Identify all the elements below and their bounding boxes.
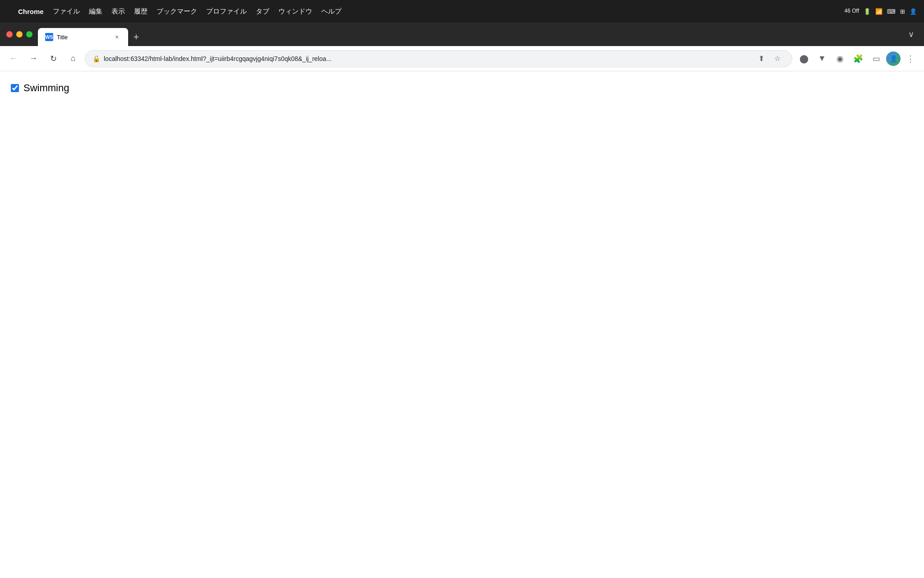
chrome-tabbar: WS Title × + ∨ (0, 23, 924, 46)
menu-edit[interactable]: 編集 (89, 7, 102, 16)
menu-history[interactable]: 履歴 (134, 7, 148, 16)
traffic-lights (5, 23, 38, 46)
address-bar[interactable]: 🔒 localhost:63342/html-lab/index.html?_i… (85, 50, 792, 67)
reload-button[interactable]: ↻ (45, 51, 61, 67)
address-actions: ⬆ ☆ (754, 51, 785, 66)
tab-title: Title (57, 34, 109, 41)
battery-icon: 🔋 (864, 8, 871, 15)
tab-area: WS Title × + (38, 23, 903, 46)
user-icon: 👤 (910, 8, 917, 15)
url-host: localhost (104, 55, 129, 62)
url-path: :63342/html-lab/index.html?_ijt=uiirb4rc… (129, 55, 331, 62)
menu-profile[interactable]: プロファイル (206, 7, 247, 16)
tab-close-button[interactable]: × (113, 33, 121, 41)
bookmark-button[interactable]: ☆ (770, 51, 785, 66)
more-menu-button[interactable]: ⋮ (902, 51, 919, 67)
menu-view[interactable]: 表示 (111, 7, 125, 16)
swimming-label: Swimming (23, 82, 69, 94)
new-tab-button[interactable]: + (128, 29, 144, 45)
profile-button[interactable]: 👤 (886, 51, 901, 66)
home-button[interactable]: ⌂ (65, 51, 81, 67)
chrome-addressbar: ← → ↻ ⌂ 🔒 localhost:63342/html-lab/index… (0, 46, 924, 71)
keyboard-icon: ⌨ (887, 8, 896, 15)
menu-bookmarks[interactable]: ブックマーク (157, 7, 197, 16)
menubar-right-icons: 46 Off 🔋 📶 ⌨ ⊞ 👤 (845, 8, 917, 15)
close-traffic-light[interactable] (6, 31, 13, 37)
back-button[interactable]: ← (5, 51, 22, 67)
checkbox-row: Swimming (11, 82, 913, 94)
macos-menubar: Chrome ファイル 編集 表示 履歴 ブックマーク プロファイル タブ ウィ… (0, 0, 924, 23)
url-display[interactable]: localhost:63342/html-lab/index.html?_ijt… (104, 55, 750, 62)
wifi-icon: 📶 (875, 8, 882, 15)
extension-btn-3[interactable]: ◉ (832, 51, 848, 67)
menu-window[interactable]: ウィンドウ (278, 7, 312, 16)
extension-btn-2[interactable]: ▼ (814, 51, 830, 67)
menu-tab[interactable]: タブ (256, 7, 269, 16)
split-view-btn[interactable]: ▭ (868, 51, 884, 67)
menu-file[interactable]: ファイル (53, 7, 80, 16)
control-center-icon: ⊞ (900, 8, 905, 15)
extension-btn-1[interactable]: ⬤ (796, 51, 812, 67)
menu-help[interactable]: ヘルプ (321, 7, 342, 16)
tab-favicon: WS (45, 33, 53, 41)
minimize-traffic-light[interactable] (16, 31, 23, 37)
maximize-traffic-light[interactable] (26, 31, 32, 37)
page-content: Swimming (0, 71, 924, 578)
tab-active[interactable]: WS Title × (38, 28, 128, 46)
share-button[interactable]: ⬆ (754, 51, 768, 66)
lock-icon: 🔒 (92, 55, 100, 62)
toolbar-right: ⬤ ▼ ◉ 🧩 ▭ 👤 ⋮ (796, 51, 919, 67)
forward-button[interactable]: → (25, 51, 42, 67)
menu-chrome[interactable]: Chrome (18, 8, 44, 15)
swimming-checkbox[interactable] (11, 84, 19, 92)
tab-list-button[interactable]: ∨ (903, 23, 919, 46)
extensions-puzzle-btn[interactable]: 🧩 (850, 51, 866, 67)
time-display: 46 Off (845, 8, 859, 15)
